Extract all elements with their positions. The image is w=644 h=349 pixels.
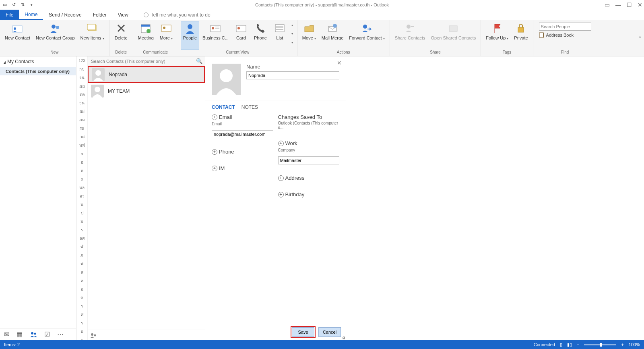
address-section-header[interactable]: +Address bbox=[278, 175, 340, 181]
tab-view[interactable]: View bbox=[112, 10, 134, 20]
alpha-index-item[interactable]: กข bbox=[76, 65, 87, 73]
private-button[interactable]: Private bbox=[512, 21, 530, 50]
zoom-in-icon[interactable]: + bbox=[621, 342, 623, 347]
view-phone-button[interactable]: Phone bbox=[251, 21, 270, 50]
alpha-index-item[interactable]: วศ bbox=[76, 133, 87, 141]
open-shared-contacts-button[interactable]: Open Shared Contacts bbox=[428, 21, 478, 50]
alpha-index-item[interactable]: ส bbox=[76, 268, 87, 276]
calendar-module-icon[interactable]: ▦ bbox=[17, 330, 23, 338]
alpha-index-item[interactable]: อว bbox=[76, 192, 87, 200]
im-section-header[interactable]: +IM bbox=[212, 165, 273, 171]
company-input[interactable] bbox=[278, 156, 340, 164]
new-contact-group-button[interactable]: New Contact Group bbox=[33, 21, 77, 50]
view-reading-icon[interactable]: ▮▯ bbox=[567, 342, 572, 347]
address-book-button[interactable]: Address Book bbox=[539, 32, 591, 38]
new-items-button[interactable]: New Items ▾ bbox=[78, 21, 107, 50]
view-list-button[interactable]: List bbox=[270, 21, 289, 50]
work-section-header[interactable]: +Work bbox=[278, 140, 340, 146]
zoom-out-icon[interactable]: − bbox=[577, 342, 579, 347]
close-icon[interactable]: ✕ bbox=[638, 2, 642, 8]
alpha-index-item[interactable]: ศ bbox=[76, 310, 87, 319]
alpha-index-item[interactable]: ฮ bbox=[76, 166, 87, 175]
my-contacts-header[interactable]: My Contacts bbox=[0, 56, 76, 67]
move-button[interactable]: Move ▾ bbox=[300, 21, 318, 50]
search-people-input[interactable] bbox=[539, 23, 591, 31]
alpha-index-item[interactable]: ฬ bbox=[76, 243, 87, 251]
alpha-index-item[interactable]: ฟ bbox=[76, 260, 87, 268]
alpha-index-item[interactable]: น bbox=[76, 200, 87, 209]
view-normal-icon[interactable]: ▯ bbox=[560, 342, 562, 347]
tasks-module-icon[interactable]: ☑ bbox=[44, 330, 50, 338]
tab-folder[interactable]: Folder bbox=[87, 10, 112, 20]
alpha-index-item[interactable]: รถ bbox=[76, 124, 87, 133]
contact-avatar[interactable] bbox=[212, 64, 241, 95]
alpha-index-item[interactable]: ร bbox=[76, 319, 87, 327]
phone-section-header[interactable]: +Phone bbox=[212, 149, 273, 155]
qat-undo-icon[interactable]: ↺ bbox=[10, 2, 17, 8]
view-people-button[interactable]: People bbox=[181, 21, 199, 50]
alpha-index-item[interactable]: s bbox=[76, 336, 87, 340]
tab-home[interactable]: Home bbox=[19, 10, 43, 20]
tell-me-search[interactable]: Tell me what you want to do bbox=[138, 10, 216, 20]
birthday-section-header[interactable]: +Birthday bbox=[278, 191, 340, 197]
tab-send-receive[interactable]: Send / Receive bbox=[43, 10, 87, 20]
view-card-button[interactable]: Card bbox=[232, 21, 250, 50]
follow-up-button[interactable]: Follow Up ▾ bbox=[483, 21, 511, 50]
tab-contact[interactable]: CONTACT bbox=[212, 104, 235, 110]
alpha-index-item[interactable]: อ bbox=[76, 285, 87, 293]
alpha-index-item[interactable]: หฬ bbox=[76, 141, 87, 150]
alpha-index-item[interactable]: จฉ bbox=[76, 73, 87, 82]
alpha-index-item[interactable]: อ bbox=[76, 327, 87, 336]
email-section-header[interactable]: +Email bbox=[212, 114, 273, 120]
cancel-button[interactable]: Cancel bbox=[318, 327, 341, 337]
contacts-folder[interactable]: Contacts (This computer only) bbox=[0, 67, 76, 75]
alpha-index[interactable]: 123กขจฉฎฎดตธนผฝภมรถวศหฬaฮฮoนลอวนปมรลศฬภฟ… bbox=[76, 56, 88, 340]
alpha-index-item[interactable]: o bbox=[76, 175, 87, 183]
alpha-index-item[interactable]: ธน bbox=[76, 99, 87, 107]
qat-customize-icon[interactable]: ▾ bbox=[28, 2, 35, 8]
alpha-index-item[interactable]: ล bbox=[76, 276, 87, 285]
mail-module-icon[interactable]: ✉ bbox=[4, 330, 9, 338]
qat-sendreceive-icon[interactable]: ⇅ bbox=[19, 2, 26, 8]
alpha-index-item[interactable]: ป bbox=[76, 209, 87, 217]
alpha-index-item[interactable]: 123 bbox=[76, 56, 87, 65]
alpha-index-item[interactable]: ดต bbox=[76, 90, 87, 99]
zoom-slider[interactable] bbox=[584, 344, 616, 345]
alpha-index-item[interactable]: ร bbox=[76, 302, 87, 310]
share-contacts-button[interactable]: Share Contacts bbox=[392, 21, 428, 50]
contact-row[interactable]: MY TEAM bbox=[88, 83, 205, 99]
view-business-card-button[interactable]: Business C... bbox=[200, 21, 231, 50]
alpha-index-item[interactable]: นล bbox=[76, 183, 87, 192]
name-input[interactable] bbox=[246, 71, 339, 79]
alpha-index-item[interactable]: ม bbox=[76, 217, 87, 226]
tab-file[interactable]: File bbox=[0, 10, 19, 20]
new-contact-button[interactable]: New Contact bbox=[2, 21, 33, 50]
contact-search-input[interactable] bbox=[88, 56, 205, 66]
alpha-index-item[interactable]: a bbox=[76, 150, 87, 158]
alpha-index-item[interactable]: ฮ bbox=[76, 158, 87, 166]
alpha-index-item[interactable]: ลศ bbox=[76, 234, 87, 243]
email-input[interactable] bbox=[212, 130, 273, 138]
alpha-index-item[interactable]: ค bbox=[76, 293, 87, 302]
tab-notes[interactable]: NOTES bbox=[242, 104, 258, 110]
more-button[interactable]: More ▾ bbox=[157, 21, 175, 50]
delete-button[interactable]: Delete bbox=[112, 21, 130, 50]
maximize-icon[interactable]: ☐ bbox=[627, 2, 632, 8]
resize-grip-icon[interactable] bbox=[342, 336, 345, 339]
more-modules-icon[interactable]: ⋯ bbox=[57, 330, 64, 338]
people-module-icon[interactable] bbox=[30, 331, 37, 338]
reading-close-icon[interactable]: ✕ bbox=[337, 60, 342, 66]
save-button[interactable]: Save bbox=[292, 327, 314, 337]
alpha-index-item[interactable]: ร bbox=[76, 226, 87, 234]
alpha-index-item[interactable]: ภ bbox=[76, 251, 87, 260]
link-contacts-icon[interactable] bbox=[90, 332, 97, 338]
alpha-index-item[interactable]: ฎฎ bbox=[76, 82, 87, 90]
search-icon[interactable]: 🔍 bbox=[196, 58, 202, 64]
contact-row[interactable]: Noprada bbox=[88, 66, 205, 83]
ribbon-display-options-icon[interactable]: ▭ bbox=[605, 2, 610, 8]
mail-merge-button[interactable]: Mail Merge bbox=[319, 21, 346, 50]
alpha-index-item[interactable]: ภม bbox=[76, 116, 87, 124]
ribbon-collapse-icon[interactable]: ⌃ bbox=[636, 20, 644, 56]
gallery-down-icon[interactable]: ▾ bbox=[291, 32, 293, 35]
gallery-more-icon[interactable]: ▾ bbox=[291, 41, 293, 44]
